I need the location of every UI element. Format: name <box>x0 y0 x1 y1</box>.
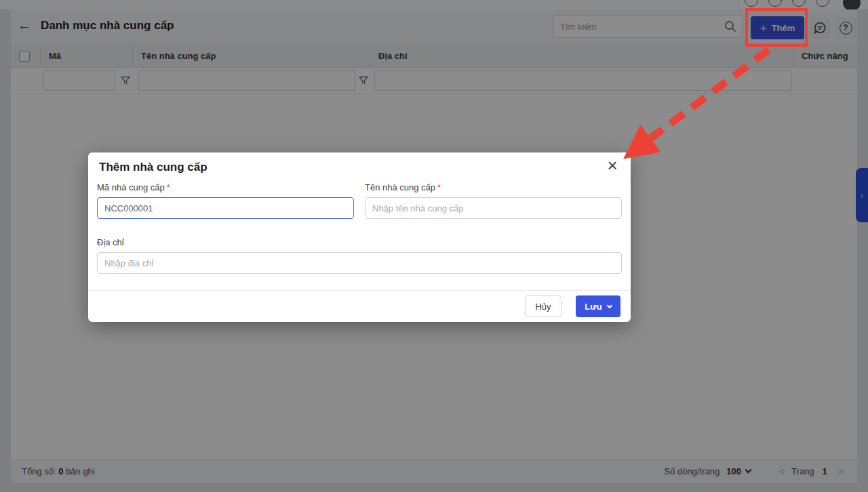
chevron-down-icon <box>606 302 612 308</box>
save-button-label: Lưu <box>585 302 601 312</box>
cancel-button[interactable]: Hủy <box>525 295 561 317</box>
code-input[interactable] <box>97 197 354 219</box>
add-supplier-modal: Thêm nhà cung cấp × Mã nhà cung cấp* Tên… <box>88 152 631 322</box>
name-label-text: Tên nhà cung cấp <box>365 182 435 192</box>
name-field-label: Tên nhà cung cấp* <box>365 182 441 192</box>
required-marker: * <box>437 182 441 192</box>
modal-title: Thêm nhà cung cấp <box>99 161 208 174</box>
address-input[interactable] <box>97 252 622 274</box>
required-marker: * <box>167 182 170 192</box>
address-field-label: Địa chỉ <box>97 237 124 247</box>
address-label-text: Địa chỉ <box>97 237 124 247</box>
save-button[interactable]: Lưu <box>576 295 620 317</box>
name-input[interactable] <box>365 197 622 219</box>
close-icon[interactable]: × <box>604 157 621 174</box>
modal-footer: Hủy Lưu <box>88 290 631 322</box>
code-label-text: Mã nhà cung cấp <box>97 182 165 192</box>
code-field-label: Mã nhà cung cấp* <box>97 182 170 192</box>
